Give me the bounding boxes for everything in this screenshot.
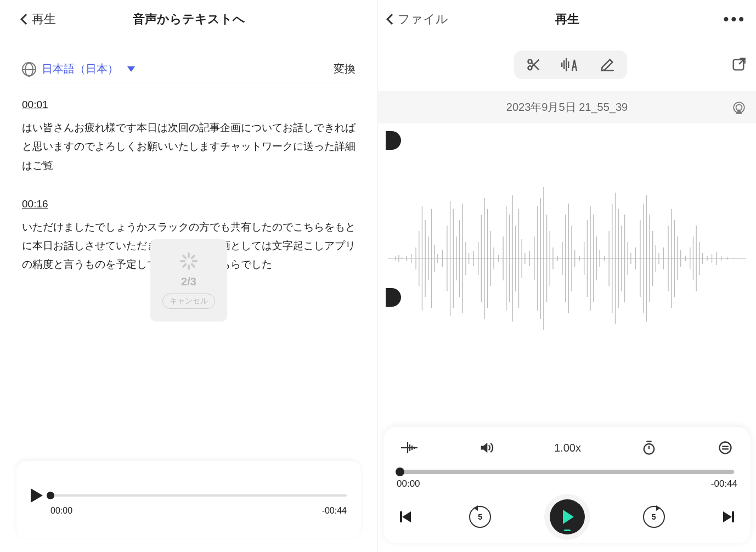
volume-icon[interactable] bbox=[478, 440, 494, 455]
rewind-5-button[interactable]: 5 bbox=[469, 506, 491, 528]
recording-titlebar: 2023年9月5日 21_55_39 bbox=[378, 91, 756, 123]
remaining-time: -00:44 bbox=[322, 506, 347, 516]
seek-thumb[interactable] bbox=[47, 492, 54, 499]
timestamp[interactable]: 00:01 bbox=[22, 95, 356, 114]
transcription-screen: 再生 音声からテキストへ 日本語（日本） 変換 00:01 はい皆さんお疲れ様で… bbox=[0, 0, 378, 552]
trim-tool-icon[interactable] bbox=[401, 441, 418, 455]
page-title: 再生 bbox=[555, 11, 579, 27]
trim-icon[interactable] bbox=[526, 57, 541, 72]
playback-panel: 1.00x 00:00 -00:44 bbox=[383, 427, 751, 543]
remaining-time: -00:44 bbox=[711, 478, 737, 489]
transcript-text: はい皆さんお疲れ様です本日は次回の記事企画についてお話しできればと思いますのでよ… bbox=[22, 119, 356, 175]
chevron-left-icon bbox=[386, 14, 397, 25]
globe-icon bbox=[22, 62, 36, 76]
header: ファイル 再生 ••• bbox=[378, 0, 756, 38]
play-icon bbox=[563, 510, 574, 524]
seek-slider[interactable] bbox=[400, 470, 734, 474]
chevron-left-icon bbox=[20, 14, 31, 25]
loading-overlay: 2/3 キャンセル bbox=[150, 239, 227, 322]
waveform[interactable] bbox=[388, 123, 746, 387]
timestamp[interactable]: 00:16 bbox=[22, 195, 356, 213]
elapsed-time: 00:00 bbox=[50, 506, 72, 516]
airplay-icon[interactable] bbox=[732, 100, 746, 115]
more-button[interactable]: ••• bbox=[724, 10, 746, 28]
spinner-icon bbox=[180, 252, 198, 270]
elapsed-time: 00:00 bbox=[397, 478, 420, 489]
convert-button[interactable]: 変換 bbox=[334, 61, 356, 76]
svg-rect-4 bbox=[566, 58, 567, 71]
edit-icon[interactable] bbox=[600, 57, 615, 72]
language-selector[interactable]: 日本語（日本） bbox=[22, 61, 135, 76]
seek-slider[interactable] bbox=[50, 494, 347, 497]
recording-title: 2023年9月5日 21_55_39 bbox=[506, 100, 628, 115]
svg-rect-2 bbox=[561, 63, 562, 67]
svg-rect-3 bbox=[563, 60, 565, 69]
back-button[interactable]: ファイル bbox=[388, 11, 448, 27]
cancel-button[interactable]: キャンセル bbox=[162, 294, 215, 309]
transcript-segment: 00:01 はい皆さんお疲れ様です本日は次回の記事企画についてお話しできればと思… bbox=[22, 95, 356, 175]
language-label: 日本語（日本） bbox=[42, 61, 119, 76]
progress-count: 2/3 bbox=[181, 275, 196, 288]
mini-player: 00:00 -00:44 bbox=[16, 461, 361, 538]
svg-rect-5 bbox=[568, 61, 569, 68]
svg-point-109 bbox=[644, 444, 655, 454]
page-title: 音声からテキストへ bbox=[133, 11, 245, 27]
transcribe-icon[interactable] bbox=[561, 58, 580, 72]
loop-icon[interactable] bbox=[718, 440, 733, 455]
back-label: 再生 bbox=[32, 11, 56, 27]
back-button[interactable]: 再生 bbox=[22, 11, 56, 27]
timer-icon[interactable] bbox=[641, 440, 657, 455]
play-button[interactable] bbox=[31, 488, 43, 503]
tool-row bbox=[388, 49, 746, 80]
edit-tools bbox=[514, 50, 627, 79]
skip-start-button[interactable] bbox=[400, 511, 411, 522]
svg-point-110 bbox=[720, 442, 731, 454]
trim-handle-start[interactable] bbox=[386, 131, 401, 150]
skip-end-button[interactable] bbox=[723, 511, 734, 522]
speed-button[interactable]: 1.00x bbox=[554, 442, 581, 454]
waveform-svg bbox=[388, 154, 746, 363]
back-label: ファイル bbox=[398, 11, 448, 27]
forward-5-button[interactable]: 5 bbox=[643, 506, 665, 528]
seek-thumb[interactable] bbox=[396, 467, 404, 476]
share-icon[interactable] bbox=[731, 57, 746, 72]
playback-screen: ファイル 再生 ••• bbox=[378, 0, 756, 552]
header: 再生 音声からテキストへ bbox=[0, 0, 377, 36]
dropdown-icon bbox=[127, 66, 135, 72]
play-button[interactable] bbox=[550, 499, 585, 534]
language-row: 日本語（日本） 変換 bbox=[22, 61, 356, 82]
